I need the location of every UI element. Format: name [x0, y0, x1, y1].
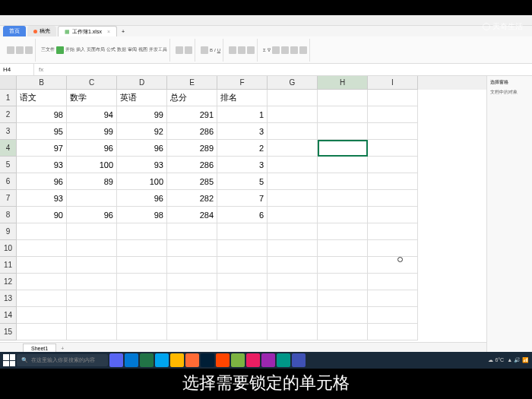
row-header-8[interactable]: 8	[0, 207, 17, 223]
cell-I2[interactable]	[368, 106, 418, 123]
weather[interactable]: ☁ 6°C	[488, 357, 504, 363]
col-header-D[interactable]: D	[117, 76, 167, 90]
cell-C7[interactable]	[67, 190, 117, 207]
taskbar-search[interactable]: 🔍在这里输入你要搜索的内容	[17, 354, 108, 366]
row-header-11[interactable]: 11	[0, 257, 17, 274]
row-header-12[interactable]: 12	[0, 274, 17, 290]
cell-G15[interactable]	[268, 324, 318, 340]
cell-H10[interactable]	[318, 240, 368, 257]
cell-E14[interactable]	[167, 307, 217, 324]
cell-E15[interactable]	[167, 324, 217, 340]
cell-B14[interactable]	[17, 307, 67, 324]
cell-I5[interactable]	[368, 157, 418, 173]
taskbar-app-4[interactable]	[155, 353, 169, 367]
ribbon-align[interactable]	[226, 39, 258, 62]
new-tab-button[interactable]: +	[119, 27, 128, 36]
cell-H3[interactable]	[318, 123, 368, 140]
col-header-I[interactable]: I	[368, 76, 418, 90]
cell-G4[interactable]	[268, 140, 318, 157]
taskbar-app-3[interactable]	[140, 353, 154, 367]
cell-D2[interactable]: 99	[117, 106, 167, 123]
cell-I1[interactable]	[368, 90, 418, 106]
cell-F9[interactable]	[217, 223, 268, 240]
cell-C3[interactable]: 99	[67, 123, 117, 140]
taskbar-app-11[interactable]	[261, 353, 275, 367]
cell-G5[interactable]	[268, 157, 318, 173]
taskbar-app-1[interactable]	[109, 353, 123, 367]
cell-I3[interactable]	[368, 123, 418, 140]
cell-H14[interactable]	[318, 307, 368, 324]
cell-E6[interactable]: 285	[167, 173, 217, 190]
cell-F5[interactable]: 3	[217, 157, 268, 173]
cell-H9[interactable]	[318, 223, 368, 240]
cell-E12[interactable]	[167, 274, 217, 290]
cell-H1[interactable]	[318, 90, 368, 106]
cell-F11[interactable]	[217, 257, 268, 274]
row-header-6[interactable]: 6	[0, 173, 17, 190]
row-header-7[interactable]: 7	[0, 190, 17, 207]
cell-E11[interactable]	[167, 257, 217, 274]
cell-G2[interactable]	[268, 106, 318, 123]
tab-2[interactable]: 稿壳	[27, 26, 56, 36]
cell-I10[interactable]	[368, 240, 418, 257]
cell-B9[interactable]	[17, 223, 67, 240]
cell-B7[interactable]: 93	[17, 190, 67, 207]
tab-home[interactable]: 首页	[3, 26, 26, 36]
cell-H15[interactable]	[318, 324, 368, 340]
cell-H8[interactable]	[318, 207, 368, 223]
cell-B6[interactable]: 96	[17, 173, 67, 190]
tab-workbook[interactable]: ▦工作簿1.xlsx×	[58, 26, 117, 37]
cell-I12[interactable]	[368, 274, 418, 290]
cell-D15[interactable]	[117, 324, 167, 340]
cell-D1[interactable]: 英语	[117, 90, 167, 106]
cell-F2[interactable]: 1	[217, 106, 268, 123]
cell-B8[interactable]: 90	[17, 207, 67, 223]
cell-G13[interactable]	[268, 290, 318, 307]
row-header-4[interactable]: 4	[0, 140, 17, 157]
cell-E7[interactable]: 282	[167, 190, 217, 207]
row-header-9[interactable]: 9	[0, 223, 17, 240]
cell-H5[interactable]	[318, 157, 368, 173]
cell-G7[interactable]	[268, 190, 318, 207]
cell-E10[interactable]	[167, 240, 217, 257]
taskbar-app-6[interactable]	[185, 353, 199, 367]
cell-C6[interactable]: 89	[67, 173, 117, 190]
cell-C12[interactable]	[67, 274, 117, 290]
cell-C9[interactable]	[67, 223, 117, 240]
cell-C13[interactable]	[67, 290, 117, 307]
cell-D7[interactable]: 96	[117, 190, 167, 207]
cell-C2[interactable]: 94	[67, 106, 117, 123]
cell-B1[interactable]: 语文	[17, 90, 67, 106]
row-header-2[interactable]: 2	[0, 106, 17, 123]
cell-E1[interactable]: 总分	[167, 90, 217, 106]
tray-icons[interactable]: ▲ 🔊 📶	[507, 357, 529, 363]
cell-F8[interactable]: 6	[217, 207, 268, 223]
col-header-E[interactable]: E	[167, 76, 217, 90]
ribbon-menu[interactable]: 三文件开始插入页面布局公式数据审阅视图开发工具	[39, 39, 170, 62]
cell-I6[interactable]	[368, 173, 418, 190]
fx-icon[interactable]: fx	[34, 66, 48, 73]
cell-E8[interactable]: 284	[167, 207, 217, 223]
cell-C4[interactable]: 96	[67, 140, 117, 157]
name-box[interactable]: H4	[0, 64, 34, 75]
cell-B13[interactable]	[17, 290, 67, 307]
cell-I11[interactable]	[368, 257, 418, 274]
cell-E13[interactable]	[167, 290, 217, 307]
cell-I15[interactable]	[368, 324, 418, 340]
taskbar-app-7[interactable]	[201, 353, 214, 367]
col-header-F[interactable]: F	[217, 76, 268, 90]
row-header-14[interactable]: 14	[0, 307, 17, 324]
cell-C5[interactable]: 100	[67, 157, 117, 173]
cell-G9[interactable]	[268, 223, 318, 240]
col-header-B[interactable]: B	[17, 76, 67, 90]
add-sheet-button[interactable]: +	[61, 346, 64, 351]
cell-D14[interactable]	[117, 307, 167, 324]
cell-F10[interactable]	[217, 240, 268, 257]
cell-D11[interactable]	[117, 257, 167, 274]
cell-F4[interactable]: 2	[217, 140, 268, 157]
row-header-3[interactable]: 3	[0, 123, 17, 140]
cell-I8[interactable]	[368, 207, 418, 223]
cell-B10[interactable]	[17, 240, 67, 257]
cell-E4[interactable]: 289	[167, 140, 217, 157]
cell-H6[interactable]	[318, 173, 368, 190]
